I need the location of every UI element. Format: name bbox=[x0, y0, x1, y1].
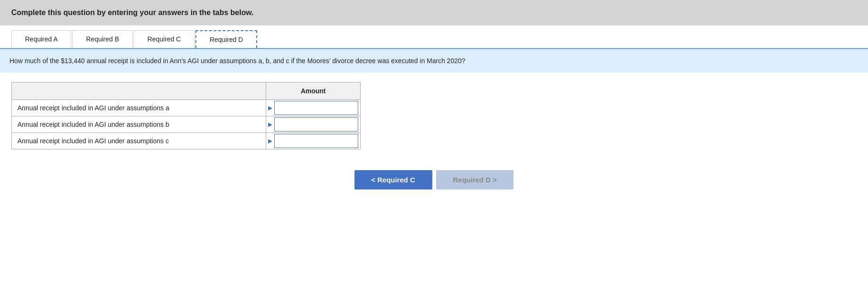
input-wrapper-b: ▶ bbox=[268, 117, 358, 131]
table-area: Amount Annual receipt included in AGI un… bbox=[0, 73, 868, 159]
row-input-cell-a: ▶ bbox=[266, 100, 361, 116]
tab-required-c[interactable]: Required C bbox=[134, 30, 194, 48]
tab-required-d[interactable]: Required D bbox=[195, 30, 257, 48]
row-input-cell-c: ▶ bbox=[266, 133, 361, 149]
question-text: How much of the $13,440 annual receipt i… bbox=[9, 57, 465, 65]
table-row: Annual receipt included in AGI under ass… bbox=[12, 100, 361, 116]
row-label-c: Annual receipt included in AGI under ass… bbox=[12, 133, 266, 149]
next-label: Required D bbox=[453, 176, 491, 184]
row-label-b: Annual receipt included in AGI under ass… bbox=[12, 116, 266, 133]
data-table: Amount Annual receipt included in AGI un… bbox=[11, 82, 361, 149]
row-label-a: Annual receipt included in AGI under ass… bbox=[12, 100, 266, 116]
next-button[interactable]: Required D > bbox=[436, 170, 514, 189]
table-row: Annual receipt included in AGI under ass… bbox=[12, 116, 361, 133]
input-arrow-c: ▶ bbox=[268, 138, 272, 144]
instruction-header: Complete this question by entering your … bbox=[0, 0, 868, 25]
input-arrow-a: ▶ bbox=[268, 105, 272, 111]
table-row: Annual receipt included in AGI under ass… bbox=[12, 133, 361, 149]
input-amount-b[interactable] bbox=[274, 117, 358, 131]
tabs-row: Required A Required B Required C Require… bbox=[0, 30, 868, 49]
table-header-amount: Amount bbox=[266, 82, 361, 100]
question-area: How much of the $13,440 annual receipt i… bbox=[0, 49, 868, 73]
input-wrapper-c: ▶ bbox=[268, 134, 358, 148]
page-container: Complete this question by entering your … bbox=[0, 0, 868, 304]
nav-buttons: < Required C Required D > bbox=[0, 159, 868, 197]
prev-button[interactable]: < Required C bbox=[354, 170, 432, 189]
tab-required-a[interactable]: Required A bbox=[11, 30, 71, 48]
tab-required-b[interactable]: Required B bbox=[72, 30, 133, 48]
next-arrow: > bbox=[491, 176, 497, 184]
prev-label: Required C bbox=[377, 176, 415, 184]
table-header-label bbox=[12, 82, 266, 100]
input-amount-c[interactable] bbox=[274, 134, 358, 148]
prev-arrow: < bbox=[371, 176, 378, 184]
instruction-text: Complete this question by entering your … bbox=[11, 8, 253, 16]
input-arrow-b: ▶ bbox=[268, 121, 272, 128]
input-wrapper-a: ▶ bbox=[268, 101, 358, 115]
input-amount-a[interactable] bbox=[274, 101, 358, 115]
row-input-cell-b: ▶ bbox=[266, 116, 361, 133]
